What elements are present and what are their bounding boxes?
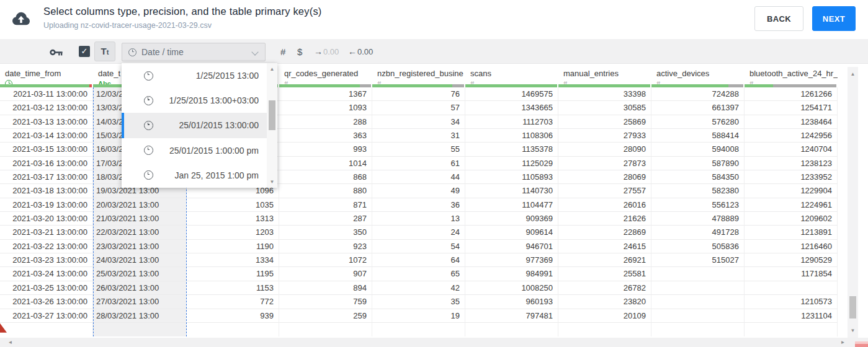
table-cell[interactable]: 57: [372, 101, 465, 115]
table-cell[interactable]: 65: [372, 267, 465, 281]
table-cell[interactable]: 27873: [558, 157, 651, 170]
table-cell[interactable]: 1210573: [745, 295, 838, 309]
table-cell[interactable]: 909369: [465, 212, 558, 226]
table-cell[interactable]: 594008: [651, 143, 745, 156]
table-cell[interactable]: 1290529: [745, 253, 838, 267]
table-cell[interactable]: 1343665: [465, 101, 558, 115]
boolean-type-checkbox[interactable]: ✓: [79, 46, 90, 57]
table-cell[interactable]: 26921: [558, 253, 651, 267]
table-cell[interactable]: 1125029: [465, 157, 558, 170]
text-type-button[interactable]: Tt: [94, 42, 115, 61]
table-cell[interactable]: 1233952: [745, 170, 838, 184]
table-cell[interactable]: 36: [372, 198, 465, 212]
dropdown-option[interactable]: Jan 25, 2015 1:00 pm: [122, 163, 267, 188]
table-cell[interactable]: 491728: [651, 226, 745, 239]
table-cell[interactable]: 2021-03-18 13:00:00: [0, 184, 93, 198]
table-cell[interactable]: 35: [372, 295, 465, 309]
table-cell[interactable]: [745, 323, 838, 336]
table-cell[interactable]: 556123: [651, 198, 745, 212]
currency-type-button[interactable]: $: [297, 39, 302, 64]
table-cell[interactable]: 26782: [558, 281, 651, 295]
table-cell[interactable]: [186, 323, 279, 336]
table-cell[interactable]: 1334: [186, 253, 279, 267]
table-cell[interactable]: 1203: [186, 226, 279, 239]
table-cell[interactable]: 960193: [465, 295, 558, 309]
table-cell[interactable]: 1242956: [745, 129, 838, 143]
table-cell[interactable]: 1008250: [465, 281, 558, 295]
table-cell[interactable]: 939: [186, 309, 279, 323]
column-header-active_devices[interactable]: active_devices#: [651, 67, 745, 87]
table-cell[interactable]: 1224961: [745, 198, 838, 212]
table-cell[interactable]: 20/03/2021 13:00: [93, 198, 186, 212]
scroll-left-icon[interactable]: ◄: [5, 338, 16, 347]
table-cell[interactable]: 26016: [558, 198, 651, 212]
table-cell[interactable]: 868: [279, 170, 372, 184]
table-cell[interactable]: [372, 323, 465, 336]
table-cell[interactable]: 2021-03-24 13:00:00: [0, 267, 93, 281]
table-cell[interactable]: 1171854: [745, 267, 838, 281]
table-cell[interactable]: 2021-03-12 13:00:00: [0, 101, 93, 115]
table-cell[interactable]: 27/03/2021 13:00: [93, 295, 186, 309]
table-cell[interactable]: 478889: [651, 212, 745, 226]
table-cell[interactable]: 2021-03-20 13:00:00: [0, 212, 93, 226]
table-cell[interactable]: 1195: [186, 267, 279, 281]
table-cell[interactable]: 984991: [465, 267, 558, 281]
back-button[interactable]: BACK: [754, 6, 803, 31]
dropdown-scrollbar-thumb[interactable]: [269, 100, 275, 130]
table-cell[interactable]: 977369: [465, 253, 558, 267]
table-cell[interactable]: 54: [372, 240, 465, 253]
table-cell[interactable]: 880: [279, 184, 372, 198]
table-cell[interactable]: 64: [372, 253, 465, 267]
table-cell[interactable]: 2021-03-22 13:00:00: [0, 240, 93, 253]
table-cell[interactable]: 24615: [558, 240, 651, 253]
table-cell[interactable]: 23/03/2021 13:00: [93, 240, 186, 253]
table-cell[interactable]: 30585: [558, 101, 651, 115]
table-cell[interactable]: 27557: [558, 184, 651, 198]
table-cell[interactable]: 907: [279, 267, 372, 281]
table-cell[interactable]: 1240704: [745, 143, 838, 156]
table-cell[interactable]: 24: [372, 226, 465, 239]
dropdown-option[interactable]: 25/01/2015 1:00:00 pm: [122, 138, 267, 163]
dropdown-option[interactable]: 25/01/2015 13:00:00: [122, 113, 267, 138]
table-cell[interactable]: 576280: [651, 115, 745, 129]
table-cell[interactable]: [465, 323, 558, 336]
table-cell[interactable]: 2021-03-27 13:00:00: [0, 309, 93, 323]
table-cell[interactable]: 1153: [186, 281, 279, 295]
primary-key-icon[interactable]: [50, 48, 63, 59]
table-cell[interactable]: 2021-03-19 13:00:00: [0, 198, 93, 212]
table-cell[interactable]: 894: [279, 281, 372, 295]
table-cell[interactable]: 993: [279, 143, 372, 156]
table-cell[interactable]: 24/03/2021 13:00: [93, 253, 186, 267]
table-cell[interactable]: 909614: [465, 226, 558, 239]
table-cell[interactable]: 28/03/2021 13:00: [93, 309, 186, 323]
table-cell[interactable]: 871: [279, 198, 372, 212]
table-cell[interactable]: 1035: [186, 198, 279, 212]
table-cell[interactable]: 42: [372, 281, 465, 295]
column-header-date_time_from[interactable]: date_time_from: [0, 67, 93, 87]
add-decimal-button[interactable]: →0.00: [314, 39, 339, 64]
table-cell[interactable]: 1105893: [465, 170, 558, 184]
table-cell[interactable]: 2021-03-15 13:00:00: [0, 143, 93, 156]
table-cell[interactable]: 1072: [279, 253, 372, 267]
table-cell[interactable]: 287: [279, 212, 372, 226]
table-cell[interactable]: 2021-03-21 13:00:00: [0, 226, 93, 239]
table-cell[interactable]: 22/03/2021 13:00: [93, 226, 186, 239]
remove-decimal-button[interactable]: ←0.00: [348, 39, 373, 64]
dropdown-option[interactable]: 1/25/2015 13:00+03:00: [122, 88, 267, 113]
table-cell[interactable]: 1229904: [745, 184, 838, 198]
table-cell[interactable]: 1238123: [745, 157, 838, 170]
table-cell[interactable]: 1108306: [465, 129, 558, 143]
table-cell[interactable]: 1209602: [745, 212, 838, 226]
table-cell[interactable]: 1140730: [465, 184, 558, 198]
table-cell[interactable]: [93, 323, 186, 336]
table-cell[interactable]: [651, 323, 745, 336]
table-cell[interactable]: 44: [372, 170, 465, 184]
table-cell[interactable]: 582380: [651, 184, 745, 198]
table-cell[interactable]: 25/03/2021 13:00: [93, 267, 186, 281]
table-cell[interactable]: 76: [372, 87, 465, 101]
table-cell[interactable]: 588414: [651, 129, 745, 143]
table-cell[interactable]: 55: [372, 143, 465, 156]
table-cell[interactable]: 724288: [651, 87, 745, 101]
table-cell[interactable]: 22869: [558, 226, 651, 239]
table-cell[interactable]: 759: [279, 295, 372, 309]
